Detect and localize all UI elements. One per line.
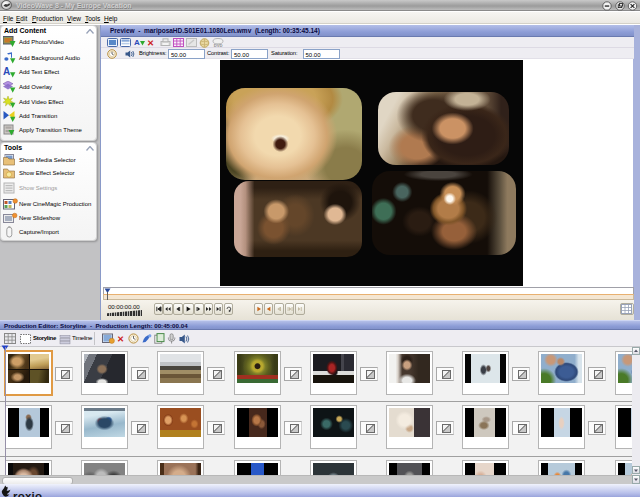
svg-text:DVD: DVD	[214, 43, 223, 47]
svg-text:A: A	[3, 66, 10, 77]
